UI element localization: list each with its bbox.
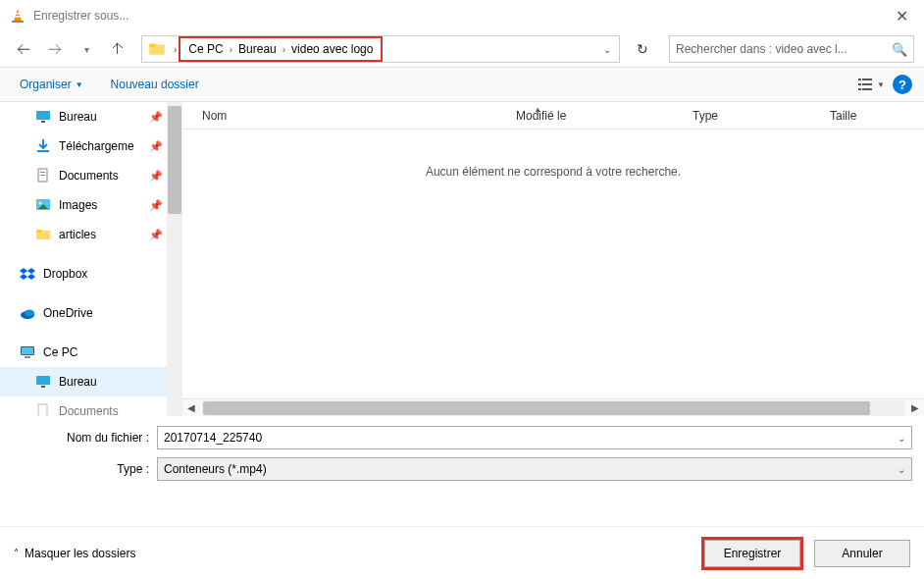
folder-icon — [148, 40, 166, 58]
back-button[interactable]: 🡠 — [10, 35, 37, 63]
recent-locations-button[interactable]: ▾ — [73, 35, 100, 63]
sidebar-item-pc-bureau[interactable]: Bureau — [0, 367, 182, 396]
column-headers: ▴ Nom Modifié le Type Taille — [182, 102, 924, 130]
pin-icon: 📌 — [149, 199, 163, 212]
scroll-right-icon[interactable]: ▶ — [906, 402, 924, 413]
breadcrumb-item-video[interactable]: video avec logo — [287, 42, 377, 56]
scroll-left-icon[interactable]: ◀ — [182, 402, 200, 413]
sidebar-group-dropbox[interactable]: Dropbox — [0, 259, 182, 289]
filename-input[interactable]: 20170714_225740 ⌄ — [157, 426, 912, 449]
filetype-select[interactable]: Conteneurs (*.mp4) ⌄ — [157, 457, 912, 481]
svg-rect-32 — [36, 376, 50, 385]
hide-folders-label: Masquer les dossiers — [25, 547, 135, 560]
svg-point-19 — [39, 202, 42, 205]
breadcrumb-item-cepc[interactable]: Ce PC — [184, 42, 227, 56]
svg-marker-26 — [27, 274, 35, 280]
help-button[interactable]: ? — [893, 75, 912, 94]
documents-icon — [35, 403, 51, 416]
chevron-up-icon: ˄ — [14, 548, 19, 558]
footer-bar: ˄ Masquer les dossiers Enregistrer Annul… — [0, 526, 924, 579]
documents-icon — [35, 168, 51, 184]
horizontal-scrollbar[interactable]: ◀ ▶ — [182, 398, 924, 416]
filetype-value: Conteneurs (*.mp4) — [164, 462, 267, 476]
sidebar-item-downloads[interactable]: Téléchargeme 📌 — [0, 132, 182, 161]
sidebar: Bureau 📌 Téléchargeme 📌 Documents 📌 Imag… — [0, 102, 182, 416]
svg-marker-25 — [20, 274, 27, 280]
view-list-icon — [857, 77, 873, 92]
sidebar-item-label: Bureau — [59, 110, 97, 124]
column-header-modified[interactable]: Modifié le — [516, 109, 693, 123]
toolbar: Organiser ▼ Nouveau dossier ▼ ? — [0, 67, 924, 102]
chevron-right-icon[interactable]: › — [172, 44, 179, 55]
download-icon — [35, 138, 51, 154]
sidebar-item-bureau[interactable]: Bureau 📌 — [0, 102, 182, 132]
dropbox-icon — [20, 266, 35, 282]
onedrive-icon — [20, 305, 35, 321]
sidebar-item-images[interactable]: Images 📌 — [0, 190, 182, 220]
svg-rect-3 — [12, 21, 24, 23]
svg-marker-0 — [14, 9, 22, 21]
chevron-down-icon: ▼ — [877, 80, 885, 89]
svg-rect-30 — [22, 347, 33, 354]
desktop-icon — [35, 374, 51, 390]
cancel-button-label: Annuler — [842, 547, 882, 560]
svg-rect-2 — [15, 16, 21, 18]
vlc-icon — [10, 8, 26, 24]
save-form: Nom du fichier : 20170714_225740 ⌄ Type … — [0, 416, 924, 495]
folder-icon — [35, 227, 51, 242]
save-button[interactable]: Enregistrer — [704, 540, 800, 567]
sidebar-item-label: Bureau — [59, 375, 97, 389]
search-icon: 🔍 — [892, 42, 907, 57]
new-folder-button[interactable]: Nouveau dossier — [111, 78, 199, 91]
images-icon — [35, 197, 51, 213]
column-header-name[interactable]: Nom — [202, 109, 516, 123]
sidebar-item-articles[interactable]: articles 📌 — [0, 220, 182, 249]
address-dropdown-icon[interactable]: ⌄ — [595, 44, 619, 55]
svg-rect-1 — [16, 13, 20, 15]
chevron-down-icon: ▼ — [76, 80, 83, 89]
chevron-down-icon[interactable]: ⌄ — [898, 464, 905, 475]
svg-rect-17 — [40, 175, 45, 176]
svg-rect-5 — [149, 43, 156, 46]
organize-button[interactable]: Organiser ▼ — [12, 74, 91, 95]
refresh-button[interactable]: ↻ — [628, 35, 657, 63]
svg-rect-34 — [38, 404, 47, 416]
sidebar-item-label: Documents — [59, 404, 119, 416]
sidebar-item-documents[interactable]: Documents 📌 — [0, 161, 182, 190]
svg-rect-8 — [858, 83, 861, 85]
address-bar[interactable]: › Ce PC › Bureau › video avec logo ⌄ — [141, 35, 620, 63]
chevron-right-icon[interactable]: › — [228, 44, 234, 55]
view-options-button[interactable]: ▼ — [857, 77, 885, 92]
filename-value: 20170714_225740 — [164, 431, 262, 445]
svg-rect-7 — [862, 79, 872, 80]
breadcrumb-item-bureau[interactable]: Bureau — [234, 42, 281, 56]
organize-label: Organiser — [20, 78, 72, 91]
empty-list-message: Aucun élément ne correspond à votre rech… — [182, 165, 924, 179]
svg-rect-33 — [41, 386, 45, 388]
breadcrumb-highlight: Ce PC › Bureau › video avec logo — [179, 36, 383, 62]
svg-marker-24 — [27, 268, 35, 274]
svg-rect-12 — [36, 111, 50, 120]
column-header-type[interactable]: Type — [693, 109, 830, 123]
pin-icon: 📌 — [149, 111, 163, 124]
search-input[interactable]: Rechercher dans : video avec l... 🔍 — [669, 35, 914, 63]
sidebar-item-label: articles — [59, 228, 96, 241]
up-button[interactable]: 🡡 — [104, 35, 131, 63]
sidebar-group-cepc[interactable]: Ce PC — [0, 338, 182, 367]
chevron-right-icon[interactable]: › — [281, 44, 287, 55]
svg-point-28 — [25, 310, 34, 317]
pin-icon: 📌 — [149, 140, 163, 153]
sidebar-scrollbar[interactable] — [167, 102, 182, 416]
hide-folders-button[interactable]: ˄ Masquer les dossiers — [14, 547, 135, 560]
close-icon[interactable]: ✕ — [890, 7, 914, 26]
cancel-button[interactable]: Annuler — [814, 540, 910, 567]
pin-icon: 📌 — [149, 170, 163, 183]
desktop-icon — [35, 109, 51, 125]
svg-rect-11 — [862, 88, 872, 90]
sidebar-group-onedrive[interactable]: OneDrive — [0, 298, 182, 328]
svg-rect-10 — [858, 88, 861, 90]
sidebar-item-pc-documents[interactable]: Documents — [0, 396, 182, 416]
column-header-size[interactable]: Taille — [830, 109, 924, 123]
chevron-down-icon[interactable]: ⌄ — [898, 433, 905, 444]
save-button-label: Enregistrer — [724, 547, 782, 560]
